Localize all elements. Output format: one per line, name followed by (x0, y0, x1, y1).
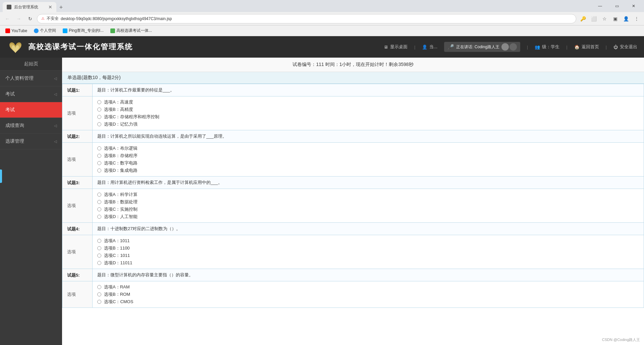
cast-icon-btn[interactable]: ⬜ (589, 14, 598, 23)
current-user-btn[interactable]: 👤 当... (422, 44, 437, 50)
radio-q2-c[interactable] (97, 161, 101, 165)
section-header: 单选题(题数10，每题2分) (62, 72, 644, 84)
sidebar-item-exam-parent[interactable]: 考试 ◁ (0, 86, 62, 102)
minimize-btn[interactable]: — (592, 0, 608, 12)
sidebar-home[interactable]: 起始页 (0, 58, 62, 71)
q4-opt-a[interactable]: 选项A：1011 (97, 238, 639, 244)
radio-q1-b[interactable] (97, 108, 101, 112)
sidebar-item-exam-active[interactable]: 考试 (0, 102, 62, 118)
bookmark-youtube-label: YouTube (11, 28, 27, 33)
q2-num: 试题2: (62, 130, 93, 143)
star-icon-btn[interactable]: ☆ (600, 14, 609, 23)
radio-q3-d[interactable] (97, 215, 101, 219)
q4-opt-b[interactable]: 选项B：1100 (97, 245, 639, 251)
profile-icon-btn[interactable]: 👤 (621, 14, 631, 23)
sidebar-item-grades[interactable]: 成绩查询 ◁ (0, 118, 62, 134)
radio-q5-a[interactable] (97, 285, 101, 289)
address-bar[interactable]: ⚠ 不安全 desktop-59q0qdc:8080/jspmgxxkksyth… (37, 14, 576, 23)
question-3-row: 试题3: 题目：用计算机进行资料检索工作，是属于计算机应用中的___。 (62, 177, 644, 189)
q3-opt-c[interactable]: 选项C：实施控制 (97, 206, 639, 212)
role-icon: 👥 (535, 45, 540, 50)
radio-q2-b[interactable] (97, 154, 101, 158)
q5-opt-b[interactable]: 选项B：ROM (97, 291, 639, 297)
q3-options-cell: 选项A：科学计算 选项B：数据处理 选项C：实施控制 选项D：人工智能 (93, 189, 644, 223)
forward-btn[interactable]: → (14, 14, 23, 23)
q3-opt-a[interactable]: 选项A：科学计算 (97, 192, 639, 198)
q4-opt-c[interactable]: 选项C：1011 (97, 253, 639, 259)
q3-options-row: 选项 选项A：科学计算 选项B：数据处理 选项C：实施控制 选项D：人工智能 (62, 189, 644, 223)
q3-opt-c-text: 选项C：实施控制 (104, 206, 138, 212)
top-nav: 高校选课考试一体化管理系统 🖥 显示桌面 | 👤 当... 🎤 正在讲话: Co… (0, 36, 644, 58)
sidebar-item-profile[interactable]: 个人资料管理 ◁ (0, 71, 62, 86)
reload-btn[interactable]: ↻ (25, 14, 35, 23)
menu-icon-btn[interactable]: ⋮ (632, 14, 641, 23)
q2-opt-c[interactable]: 选项C：数字电路 (97, 160, 639, 166)
q1-text: 题目：计算机工作最重要的特征是___。 (93, 84, 644, 96)
top-nav-actions: 🖥 显示桌面 | 👤 当... 🎤 正在讲话: Coding路人王 | (384, 42, 637, 52)
sidebar-item-courses[interactable]: 选课管理 ◁ (0, 134, 62, 149)
bookmark-ping[interactable]: Ping查询_专业的I... (60, 27, 106, 35)
key-icon-btn[interactable]: 🔑 (578, 14, 588, 23)
section-label: 单选题(题数10，每题2分) (67, 75, 121, 80)
arrow-icon: ◁ (54, 76, 57, 81)
question-5-row: 试题5: 题目：微型计算机的内存容量主要指（）的容量。 (62, 269, 644, 281)
q3-text: 题目：用计算机进行资料检索工作，是属于计算机应用中的___。 (93, 177, 644, 189)
q5-opt-a[interactable]: 选项A：RAM (97, 284, 639, 290)
active-tab[interactable]: 后台管理系统 ✕ (3, 2, 56, 12)
radio-q2-a[interactable] (97, 146, 101, 150)
personal-favicon (34, 28, 39, 33)
logout-icon: ⏻ (613, 45, 618, 50)
bookmark-site-label: 高校选课考试一体... (116, 28, 152, 33)
q1-opt-d[interactable]: 选项D：记忆力强 (97, 121, 639, 127)
q3-opt-b[interactable]: 选项B：数据处理 (97, 199, 639, 205)
radio-q4-b[interactable] (97, 246, 101, 250)
bookmark-site[interactable]: 高校选课考试一体... (108, 27, 155, 35)
q1-opt-a[interactable]: 选项A：高速度 (97, 99, 639, 105)
q2-opt-a[interactable]: 选项A：布尔逻辑 (97, 145, 639, 151)
q2-opt-b[interactable]: 选项B：存储程序 (97, 153, 639, 159)
logout-btn[interactable]: ⏻ 安全退出 (613, 44, 637, 50)
q3-opt-d[interactable]: 选项D：人工智能 (97, 214, 639, 220)
radio-q4-a[interactable] (97, 239, 101, 243)
radio-q1-c[interactable] (97, 115, 101, 119)
radio-q3-c[interactable] (97, 207, 101, 211)
radio-q3-a[interactable] (97, 193, 101, 197)
ping-favicon (63, 28, 67, 33)
home-icon: 🏠 (574, 45, 580, 50)
exam-header: 试卷编号：111 时间：1小时，现在开始计时！剩余3598秒 (62, 58, 644, 72)
display-desktop-btn[interactable]: 🖥 显示桌面 (384, 44, 408, 50)
q1-opt-b[interactable]: 选项B：高精度 (97, 107, 639, 113)
arrow-icon3: ◁ (54, 124, 57, 128)
close-btn[interactable]: ✕ (626, 0, 641, 12)
bookmark-youtube[interactable]: YouTube (3, 27, 30, 35)
q1-opt-c[interactable]: 选项C：存储程序和程序控制 (97, 114, 639, 120)
maximize-btn[interactable]: ▭ (609, 0, 625, 12)
radio-q5-b[interactable] (97, 292, 101, 296)
divider2: | (527, 45, 528, 50)
sidebar-expand-indicator (0, 169, 2, 183)
radio-q1-d[interactable] (97, 122, 101, 126)
radio-q4-d[interactable] (97, 261, 101, 265)
sidebar-exam-parent-label: 考试 (5, 91, 15, 97)
radio-q2-d[interactable] (97, 168, 101, 172)
new-tab-btn[interactable]: + (56, 3, 66, 12)
q1-opt-b-text: 选项B：高精度 (104, 107, 133, 113)
q4-num: 试题4: (62, 223, 93, 235)
home-btn[interactable]: 🏠 返回首页 (574, 44, 599, 50)
q2-opt-d[interactable]: 选项D：集成电路 (97, 167, 639, 174)
q5-opt-c[interactable]: 选项C：CMOS (97, 299, 639, 305)
radio-q1-a[interactable] (97, 100, 101, 104)
logo-icon (7, 38, 24, 56)
radio-q4-c[interactable] (97, 254, 101, 258)
bookmark-personal[interactable]: 个人空间 (31, 27, 59, 35)
q4-options-cell: 选项A：1011 选项B：1100 选项C：1011 选项D：11011 (93, 235, 644, 269)
q4-opt-d[interactable]: 选项D：11011 (97, 260, 639, 266)
q5-text: 题目：微型计算机的内存容量主要指（）的容量。 (93, 269, 644, 281)
extension-icon-btn[interactable]: ▣ (610, 14, 620, 23)
browser-titlebar: 后台管理系统 ✕ + — ▭ ✕ (0, 0, 644, 12)
radio-q3-b[interactable] (97, 200, 101, 204)
q1-num: 试题1: (62, 84, 93, 96)
back-btn[interactable]: ← (3, 14, 12, 23)
tab-close-btn[interactable]: ✕ (48, 4, 52, 10)
radio-q5-c[interactable] (97, 300, 101, 304)
